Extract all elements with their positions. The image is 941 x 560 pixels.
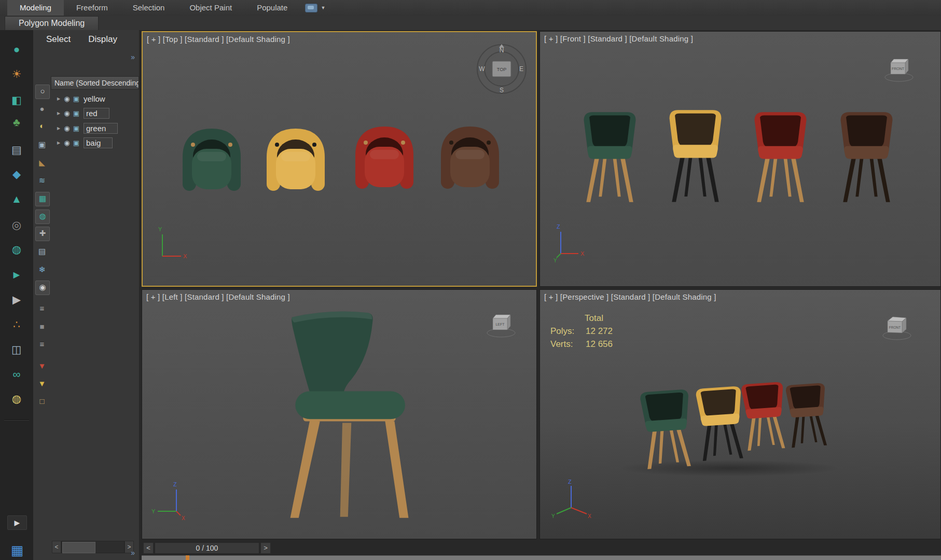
expand-arrow-icon[interactable]: ▶ [55, 96, 62, 101]
viewport-label[interactable]: [ + ] [Left ] [Standard ] [Default Shadi… [146, 292, 290, 301]
stats-total-label: Total [585, 312, 613, 325]
explorer-filter-toolbar: ○ ● ◐ ▣ ◣ ≋ ▦ ◍ ✚ ▤ ❄ ◉ ≡ ■ ≡ ▼ ▼ □ [33, 30, 51, 560]
item-label[interactable]: baig [84, 137, 113, 148]
media-play-icon[interactable]: ▶ [0, 291, 33, 309]
filter-panel-icon[interactable]: ▤ [35, 245, 49, 258]
scroll-left-button[interactable]: < [52, 541, 61, 553]
ink-drop-icon[interactable]: ◆ [0, 165, 33, 183]
eye-icon[interactable]: ◉ [62, 124, 72, 132]
chair-green-front[interactable] [577, 109, 642, 206]
viewport-label[interactable]: [ + ] [Top ] [Standard ] [Default Shadin… [147, 35, 290, 44]
horizontal-scrollbar[interactable] [61, 541, 124, 553]
viewport-left[interactable]: [ + ] [Left ] [Standard ] [Default Shadi… [142, 289, 537, 539]
move-tool-icon[interactable]: ► [0, 266, 33, 284]
chair-yellow-front[interactable] [663, 107, 728, 206]
chair-brown-front[interactable] [834, 109, 899, 206]
item-label[interactable]: green [84, 123, 118, 134]
filter-waves-icon[interactable]: ≋ [35, 174, 49, 187]
next-frame-button[interactable]: > [260, 542, 271, 554]
scrollbar-thumb[interactable] [62, 542, 95, 553]
filter-pin-icon[interactable]: ▼ [35, 359, 49, 373]
tab-selection[interactable]: Selection [120, 0, 177, 16]
eye-icon[interactable]: ◉ [62, 109, 72, 117]
list-item[interactable]: ▶ ◉ ▣ yellow [51, 91, 139, 106]
chair-green-top[interactable] [175, 124, 248, 197]
menu-display[interactable]: Display [88, 34, 117, 45]
torus-icon[interactable]: ◎ [0, 216, 33, 234]
svg-text:Y: Y [151, 508, 156, 514]
chair-yellow-top[interactable] [259, 124, 332, 197]
filter-globe-icon[interactable]: ◍ [35, 209, 50, 224]
ui-palette-icon[interactable]: ▦ [9, 542, 25, 558]
time-slider-marker[interactable] [186, 555, 189, 560]
chair-green-side[interactable] [258, 307, 426, 522]
expand-arrow-icon[interactable]: ▶ [55, 111, 62, 116]
filter-square-icon[interactable]: ■ [35, 320, 49, 333]
expand-arrow-icon[interactable]: ▶ [55, 126, 62, 131]
filter-crate-icon[interactable]: □ [35, 395, 49, 408]
viewcube-gizmo[interactable]: LEFT [485, 308, 518, 341]
chair-green-perspective[interactable] [634, 386, 700, 473]
populate-people-icon[interactable]: ∴ [0, 316, 33, 333]
eye-icon[interactable]: ◉ [62, 139, 72, 147]
cone-icon[interactable]: ▲ [0, 190, 33, 208]
chair-red-top[interactable] [348, 122, 421, 194]
item-label[interactable]: red [84, 108, 109, 119]
item-label[interactable]: yellow [84, 94, 105, 103]
expand-play-button[interactable]: ▶ [7, 515, 27, 530]
pointer-ball-icon[interactable]: ● [0, 40, 33, 58]
chair-red-front[interactable] [748, 109, 813, 206]
filter-sphere-icon[interactable]: ● [35, 102, 49, 116]
frame-indicator[interactable]: 0 / 100 [155, 542, 259, 554]
viewport-front[interactable]: [ + ] [Front ] [Standard ] [Default Shad… [539, 31, 941, 287]
list-item[interactable]: ▶ ◉ ▣ green [51, 121, 139, 135]
column-header-name[interactable]: Name (Sorted Descending) [51, 76, 139, 90]
panel-expand-chevron[interactable]: » [131, 549, 135, 557]
previous-frame-button[interactable]: < [143, 542, 154, 554]
viewport-perspective[interactable]: [ + ] [Perspective ] [Standard ] [Defaul… [539, 289, 941, 539]
goggles-icon[interactable]: ∞ [0, 366, 33, 383]
expand-arrow-icon[interactable]: ▶ [55, 141, 62, 145]
tab-object-paint[interactable]: Object Paint [177, 0, 244, 16]
stats-polys-value: 12 272 [586, 326, 613, 336]
viewcube-gizmo[interactable]: FRONT [882, 52, 916, 86]
panel-list-icon[interactable]: ▤ [0, 141, 33, 159]
split-window-icon[interactable]: ◫ [0, 341, 33, 358]
filter-ruler-icon[interactable]: ◣ [35, 156, 49, 170]
bulb-icon[interactable]: ◍ [0, 390, 33, 408]
axis-tripod: Z X Y [550, 478, 592, 519]
filter-geometry-icon[interactable]: ▦ [35, 192, 50, 206]
svg-text:W: W [479, 65, 485, 73]
filter-circle-icon[interactable]: ○ [35, 85, 50, 99]
tab-populate[interactable]: Populate [244, 0, 300, 16]
ribbon-overflow-button[interactable]: ▼ [300, 0, 330, 16]
panel-polygon-modeling[interactable]: Polygon Modeling [5, 16, 99, 30]
sphere-project-icon[interactable]: ◍ [0, 241, 33, 258]
filter-wrench-icon[interactable]: ✚ [35, 227, 50, 241]
filter-snowflake-icon[interactable]: ❄ [35, 263, 49, 276]
viewcube-gizmo[interactable]: FRONT [880, 311, 914, 344]
filter-notes-icon[interactable]: ≡ [35, 338, 49, 351]
list-item[interactable]: ▶ ◉ ▣ red [51, 106, 139, 120]
filter-list-icon[interactable]: ≡ [35, 302, 49, 315]
tab-modeling[interactable]: Modeling [7, 0, 64, 16]
viewcube-compass[interactable]: N E S W TOP [476, 43, 528, 95]
filter-funnel-icon[interactable]: ▼ [35, 377, 49, 390]
tab-freeform[interactable]: Freeform [64, 0, 120, 16]
panel-expand-chevron[interactable]: » [131, 53, 135, 61]
filter-camera-icon[interactable]: ▣ [35, 138, 49, 151]
list-item[interactable]: ▶ ◉ ▣ baig [51, 135, 139, 150]
viewport-top[interactable]: [ + ] [Top ] [Standard ] [Default Shadin… [142, 31, 537, 287]
filter-light-icon[interactable]: ◐ [35, 119, 49, 133]
eye-icon[interactable]: ◉ [62, 95, 72, 103]
camera-icon[interactable]: ◧ [0, 91, 33, 109]
viewport-label[interactable]: [ + ] [Front ] [Standard ] [Default Shad… [544, 34, 693, 43]
filter-eye-icon[interactable]: ◉ [35, 281, 50, 295]
toolbar-divider [4, 419, 29, 421]
sun-gizmo-icon[interactable]: ☀ [0, 65, 33, 83]
chair-yellow-perspective[interactable] [690, 383, 751, 465]
time-slider-track[interactable] [142, 555, 941, 560]
tree-icon[interactable]: ♣ [0, 114, 33, 131]
viewport-label[interactable]: [ + ] [Perspective ] [Standard ] [Defaul… [544, 292, 716, 301]
chair-brown-top[interactable] [434, 122, 506, 194]
